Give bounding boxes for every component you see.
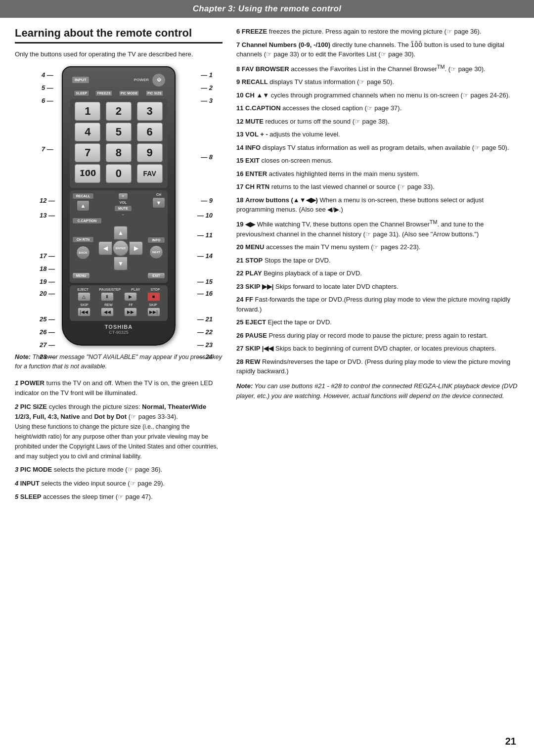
ch-down-button[interactable]: ▼ [152,197,165,208]
dpad-left-button[interactable]: ◀ [98,241,112,255]
eject-button[interactable]: △ [78,292,90,301]
brand-name: TOSHIBA [70,324,168,330]
hundred-button[interactable]: 1̄0̄0̄ [75,164,100,183]
back-button[interactable]: BACK [76,246,90,260]
enter-button[interactable]: ENTER [112,240,129,257]
side-label-7: 7 — [42,145,53,153]
side-label-r10: — 10 [197,212,213,219]
num-8-button[interactable]: 8 [106,143,132,162]
side-label-17: 17 — [40,252,55,260]
side-label-r9: — 9 [201,197,213,204]
dpad-right-button[interactable]: ▶ [129,241,143,255]
freeze-button[interactable]: FREEZE [95,90,113,96]
section-title: Learning about the remote control [15,27,222,44]
right-side-nav: INFO NEXT [147,237,165,259]
ccaption-button[interactable]: C.CAPTION [72,218,102,224]
bottom-note: Note: You can use buttons #21 - #28 to c… [236,381,519,401]
eject-label: EJECT [78,288,89,291]
side-label-r11: — 11 [197,231,213,239]
side-label-5: 5 — [42,84,53,91]
mid-controls: RECALL ▲ + VOL MUTE – CH ▼ [70,190,168,283]
exit-button[interactable]: EXIT [147,272,165,279]
power-label: POWER [134,78,149,82]
side-label-25: 25 — [40,315,55,323]
picsize-button[interactable]: PIC SIZE [145,90,164,96]
item-12: 12 MUTE reduces or turns off the sound (… [236,117,519,127]
side-label-r15: — 15 [197,278,213,285]
item-5: 5 SLEEP accesses the sleep timer (☞ page… [15,492,222,502]
num-6-button[interactable]: 6 [137,123,163,141]
num-1-button[interactable]: 1 [75,102,100,121]
transport-area: EJECT PAUSE/STEP PLAY STOP △ ⏸ ▶ ■ SK [70,285,168,321]
recall-button[interactable]: RECALL [72,193,94,199]
item-3: 3 PIC MODE selects the picture mode (☞ p… [15,465,222,475]
item-21: 21 STOP Stops the tape or DVD. [236,256,519,266]
sleep-button[interactable]: SLEEP [74,90,89,96]
item-10: 10 CH ▲▼ cycles through programmed chann… [236,90,519,100]
num-4-button[interactable]: 4 [75,123,100,141]
dpad-up-button[interactable]: ▲ [114,226,128,240]
numpad-row-3: 7 8 9 [72,143,165,162]
brand-area: TOSHIBA CT-90325 [70,324,168,335]
item-18: 18 Arrow buttons (▲▼◀▶) When a menu is o… [236,195,519,215]
picmode-button[interactable]: PIC MODE [119,90,140,96]
numpad-row-1: 1 2 3 [72,102,165,121]
num-3-button[interactable]: 3 [137,102,163,121]
input-button[interactable]: INPUT [72,76,89,84]
rew-button[interactable]: ◀◀ [101,308,114,316]
mute-button[interactable]: MUTE [114,205,132,212]
side-label-r16: — 16 [197,290,213,297]
num-7-button[interactable]: 7 [75,143,100,162]
item-22: 22 PLAY Begins playback of a tape or DVD… [236,268,519,278]
dpad-down-button[interactable]: ▼ [114,257,128,270]
item-14: 14 INFO displays TV status information a… [236,143,519,153]
ch-col: CH ▼ [152,193,165,208]
numpad-row-2: 4 5 6 [72,123,165,141]
chrtn-button[interactable]: CH RTN [72,236,94,243]
transport-labels-1: EJECT PAUSE/STEP PLAY STOP [72,288,165,291]
side-label-27: 27 — [40,341,55,349]
transport-row-2: |◀◀ ◀◀ ▶▶ ▶▶| [72,308,165,316]
skip-fwd-button[interactable]: ▶▶| [147,308,160,316]
item-24: 24 FF Fast-forwards the tape or DVD.(Pre… [236,295,519,314]
vol-label: VOL [120,201,127,204]
fav-button[interactable]: FAV [137,164,163,183]
vol-col: + VOL MUTE – [114,193,132,216]
recall-row: RECALL ▲ + VOL MUTE – CH ▼ [72,193,165,216]
play-button[interactable]: ▶ [124,292,137,301]
num-9-button[interactable]: 9 [137,143,163,162]
item-2: 2 PIC SIZE cycles through the picture si… [15,402,222,462]
num-2-button[interactable]: 2 [106,102,132,121]
skip-back-button[interactable]: |◀◀ [78,308,90,316]
stop-button[interactable]: ■ [147,292,160,301]
side-label-r21: — 21 [197,315,213,323]
power-button[interactable]: ⏻ [152,73,166,87]
item-4: 4 INPUT selects the video input source (… [15,479,222,489]
pause-button[interactable]: ⏸ [101,292,114,301]
next-button[interactable]: NEXT [149,245,163,259]
remote-wrapper: 4 — 5 — 6 — 7 — 12 — 13 — 17 — 18 — 19 —… [40,66,198,346]
remote-body: INPUT POWER ⏻ SLEEP FREEZE PIC MODE PIC … [62,66,176,346]
main-content: Learning about the remote control Only t… [0,27,534,505]
side-label-r3: — 3 [201,97,213,104]
menu-exit-row: MENU EXIT [72,272,165,279]
info-button[interactable]: INFO [147,237,165,243]
ch-up-button[interactable]: ▲ [77,200,89,211]
item-11: 11 C.CAPTION accesses the closed caption… [236,103,519,113]
side-label-4: 4 — [42,71,53,79]
side-label-13: 13 — [40,212,55,219]
num-5-button[interactable]: 5 [106,123,132,141]
remote-top-row: INPUT POWER ⏻ [70,73,168,87]
chapter-header: Chapter 3: Using the remote control [0,0,534,18]
pause-label: PAUSE/STEP [99,288,121,291]
menu-button[interactable]: MENU [72,272,90,279]
item-13: 13 VOL + - adjusts the volume level. [236,130,519,139]
num-0-button[interactable]: 0 [106,164,132,183]
vol-plus-button[interactable]: + [118,193,128,200]
ccaption-row: C.CAPTION [72,218,165,224]
side-label-18: 18 — [40,265,55,272]
item-27: 27 SKIP |◀◀ Skips back to beginning of c… [236,344,519,354]
side-label-20: 20 — [40,290,55,297]
item-17: 17 CH RTN returns to the last viewed cha… [236,182,519,192]
ff-button[interactable]: ▶▶ [124,308,137,316]
